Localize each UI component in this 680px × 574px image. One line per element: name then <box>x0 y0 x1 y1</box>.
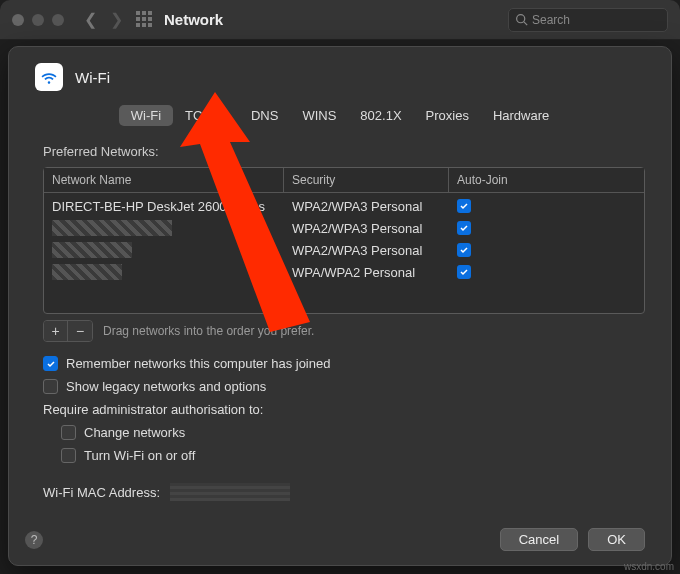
wifi-icon <box>35 63 63 91</box>
col-security[interactable]: Security <box>284 168 449 192</box>
remember-label: Remember networks this computer has join… <box>66 356 330 371</box>
table-row[interactable]: WPA2/WPA3 Personal <box>44 239 644 261</box>
change-networks-checkbox[interactable] <box>61 425 76 440</box>
turn-wifi-label: Turn Wi-Fi on or off <box>84 448 195 463</box>
cancel-button[interactable]: Cancel <box>500 528 578 551</box>
autojoin-checkbox[interactable] <box>457 199 471 213</box>
window-title: Network <box>164 11 223 28</box>
close-window[interactable] <box>12 14 24 26</box>
remember-checkbox[interactable] <box>43 356 58 371</box>
redacted-text <box>52 242 132 258</box>
network-name-cell <box>44 264 284 280</box>
remove-network-button[interactable]: − <box>68 321 92 341</box>
mac-address-redacted <box>170 483 290 501</box>
change-networks-row[interactable]: Change networks <box>61 425 645 440</box>
security-cell: WPA2/WPA3 Personal <box>284 221 449 236</box>
change-networks-label: Change networks <box>84 425 185 440</box>
drag-hint: Drag networks into the order you prefer. <box>103 324 314 338</box>
redacted-text <box>52 264 122 280</box>
require-admin-label: Require administrator authorisation to: <box>43 402 263 417</box>
tab-wifi[interactable]: Wi-Fi <box>119 105 173 126</box>
autojoin-cell <box>449 199 644 213</box>
legacy-checkbox[interactable] <box>43 379 58 394</box>
minimize-window[interactable] <box>32 14 44 26</box>
apps-grid-icon[interactable] <box>136 11 154 29</box>
zoom-window[interactable] <box>52 14 64 26</box>
legacy-label: Show legacy networks and options <box>66 379 266 394</box>
back-button[interactable]: ❮ <box>78 8 102 32</box>
tab-bar: Wi-Fi TCP/IP DNS WINS 802.1X Proxies Har… <box>35 105 645 126</box>
autojoin-checkbox[interactable] <box>457 221 471 235</box>
table-row[interactable]: WPA/WPA2 Personal <box>44 261 644 283</box>
turn-wifi-checkbox[interactable] <box>61 448 76 463</box>
add-remove-bar: + − Drag networks into the order you pre… <box>43 320 645 342</box>
network-name-cell <box>44 242 284 258</box>
security-cell: WPA/WPA2 Personal <box>284 265 449 280</box>
preferred-networks-section: Preferred Networks: Network Name Securit… <box>35 144 645 501</box>
autojoin-cell <box>449 221 644 235</box>
watermark: wsxdn.com <box>624 561 674 572</box>
network-name-cell <box>44 220 284 236</box>
settings-sheet: Wi-Fi Wi-Fi TCP/IP DNS WINS 802.1X Proxi… <box>8 46 672 566</box>
table-row[interactable]: WPA2/WPA3 Personal <box>44 217 644 239</box>
options-section: Remember networks this computer has join… <box>43 356 645 501</box>
sheet-title: Wi-Fi <box>75 69 110 86</box>
autojoin-checkbox[interactable] <box>457 265 471 279</box>
titlebar: ❮ ❯ Network Search <box>0 0 680 40</box>
col-auto-join[interactable]: Auto-Join <box>449 168 644 192</box>
tab-wins[interactable]: WINS <box>290 105 348 126</box>
search-placeholder: Search <box>532 13 570 27</box>
legacy-networks-row[interactable]: Show legacy networks and options <box>43 379 645 394</box>
security-cell: WPA2/WPA3 Personal <box>284 243 449 258</box>
remember-networks-row[interactable]: Remember networks this computer has join… <box>43 356 645 371</box>
search-input[interactable]: Search <box>508 8 668 32</box>
mac-address-label: Wi-Fi MAC Address: <box>43 485 160 500</box>
col-network-name[interactable]: Network Name <box>44 168 284 192</box>
forward-button[interactable]: ❯ <box>104 8 128 32</box>
network-name-cell: DIRECT-BE-HP DeskJet 2600 series <box>44 199 284 214</box>
table-row[interactable]: DIRECT-BE-HP DeskJet 2600 series WPA2/WP… <box>44 195 644 217</box>
autojoin-checkbox[interactable] <box>457 243 471 257</box>
sheet-footer: ? Cancel OK <box>25 528 645 551</box>
autojoin-cell <box>449 265 644 279</box>
require-admin-row: Require administrator authorisation to: <box>43 402 645 417</box>
redacted-text <box>52 220 172 236</box>
window-controls <box>12 14 64 26</box>
search-icon <box>515 13 528 26</box>
add-network-button[interactable]: + <box>44 321 68 341</box>
ok-button[interactable]: OK <box>588 528 645 551</box>
autojoin-cell <box>449 243 644 257</box>
sheet-header: Wi-Fi <box>35 63 645 91</box>
tab-8021x[interactable]: 802.1X <box>348 105 413 126</box>
tab-dns[interactable]: DNS <box>239 105 290 126</box>
preferred-networks-label: Preferred Networks: <box>43 144 645 159</box>
help-button[interactable]: ? <box>25 531 43 549</box>
turn-wifi-row[interactable]: Turn Wi-Fi on or off <box>61 448 645 463</box>
svg-point-0 <box>517 15 525 23</box>
tab-tcpip[interactable]: TCP/IP <box>173 105 239 126</box>
table-body: DIRECT-BE-HP DeskJet 2600 series WPA2/WP… <box>44 193 644 313</box>
table-header: Network Name Security Auto-Join <box>44 168 644 193</box>
tab-hardware[interactable]: Hardware <box>481 105 561 126</box>
networks-table: Network Name Security Auto-Join DIRECT-B… <box>43 167 645 314</box>
tab-proxies[interactable]: Proxies <box>414 105 481 126</box>
mac-address-row: Wi-Fi MAC Address: <box>43 483 645 501</box>
add-remove-buttons: + − <box>43 320 93 342</box>
svg-line-1 <box>524 22 527 25</box>
security-cell: WPA2/WPA3 Personal <box>284 199 449 214</box>
